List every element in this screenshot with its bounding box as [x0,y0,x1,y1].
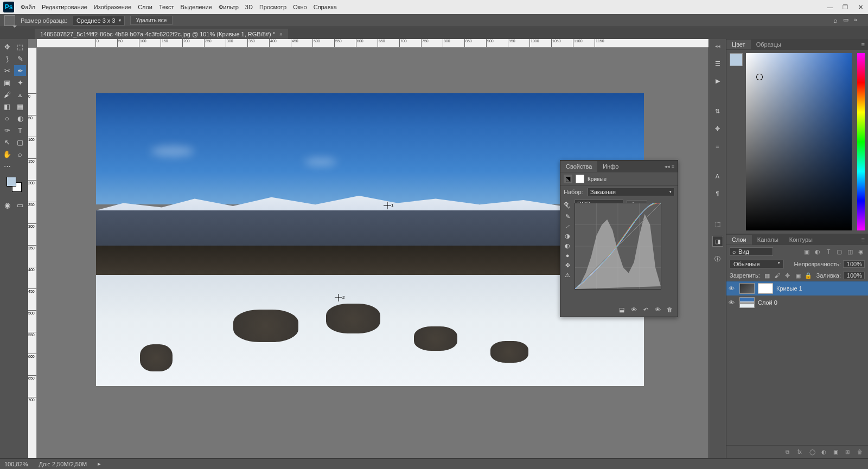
tab-color[interactable]: Цвет [726,40,751,49]
adjustment-layer-icon[interactable]: ◐ [821,449,828,455]
move-tool[interactable]: ✥ [1,41,13,52]
group-icon[interactable]: ▣ [833,449,840,455]
fill-input[interactable]: 100% [843,272,865,279]
curve-point-tool[interactable]: ∿ [564,203,571,210]
color-field[interactable] [746,53,852,230]
layer-row[interactable]: 👁 Кривые 1 [726,281,868,295]
color-swatches[interactable] [7,177,22,192]
para-panel-icon[interactable]: ¶ [713,189,723,198]
eraser-tool[interactable]: ◧ [1,101,13,112]
mask-thumbnail[interactable] [758,283,773,294]
white-point-tool[interactable]: ◑ [564,232,571,240]
clear-all-button[interactable]: Удалить все [130,16,173,25]
link-layers-icon[interactable]: ⧉ [786,449,792,455]
curve-draw-tool[interactable]: ✎ [564,213,571,220]
maximize-button[interactable]: ❐ [838,0,853,14]
lock-artboard-icon[interactable]: ▣ [794,272,802,279]
spot-heal-tool[interactable]: ✦ [14,77,26,88]
mask-icon[interactable] [576,175,584,183]
brush-tool[interactable]: 🖌 [1,89,13,100]
lasso-tool[interactable]: ⟆ [1,53,13,64]
curve-options-icon[interactable]: ✥ [564,261,571,269]
reset-icon[interactable]: ↶ [642,306,649,313]
properties-icon[interactable]: ◨ [713,236,723,246]
menu-file[interactable]: Файл [21,4,35,10]
layer-thumbnail[interactable] [739,283,755,294]
delete-layer-icon[interactable]: 🗑 [857,449,864,455]
path-tool[interactable]: ↖ [1,137,13,147]
menu-image[interactable]: Изображение [94,4,131,10]
menu-select[interactable]: Выделение [181,4,212,10]
layer-mask-icon[interactable]: ◯ [809,449,816,455]
panel-menu-icon[interactable]: ≡ [858,236,868,243]
status-arrow-icon[interactable]: ▸ [98,460,101,467]
color-sampler-1[interactable]: 1 [384,202,391,209]
clip-to-layer-icon[interactable]: ⬓ [618,306,626,313]
lock-all-icon[interactable]: 🔒 [805,272,812,279]
menu-filter[interactable]: Фильтр [219,4,239,10]
search-icon[interactable]: ⌕ [833,16,838,24]
toggle-visibility-icon[interactable]: 👁 [654,306,661,313]
hand-tool[interactable]: ✋ [1,149,13,159]
clone-tool[interactable]: ⟁ [14,89,26,100]
new-layer-icon[interactable]: ⊞ [845,449,852,455]
workspace-switcher-icon[interactable]: ▭ [843,16,848,24]
panel-menu-icon[interactable]: » [854,16,857,24]
opacity-input[interactable]: 100% [843,260,865,268]
menu-view[interactable]: Просмотр [259,4,286,10]
curve-smooth-tool[interactable]: ⟋ [564,222,571,230]
menu-help[interactable]: Справка [314,4,337,10]
quick-select-tool[interactable]: ✎ [14,53,26,64]
3d-icon[interactable]: ⬚ [713,219,723,229]
layer-row[interactable]: 👁 Слой 0 [726,295,868,310]
screenmode-tool[interactable]: ▭ [14,200,26,210]
close-button[interactable]: ✕ [853,0,868,14]
layer-thumbnail[interactable] [739,297,755,308]
menu-layer[interactable]: Слои [138,4,152,10]
crop-tool[interactable]: ✂ [1,65,13,76]
tab-paths[interactable]: Контуры [784,235,818,245]
type-tool[interactable]: T [14,125,26,136]
gray-point-tool[interactable]: ◐ [564,242,571,249]
color-sampler-2[interactable]: 2 [335,294,342,301]
curves-graph[interactable] [575,203,661,290]
lock-transparent-icon[interactable]: ▦ [763,272,771,279]
history-icon[interactable]: ☰ [713,59,723,68]
quickmask-tool[interactable]: ◉ [1,200,13,210]
marquee-tool[interactable]: ⬚ [14,41,26,52]
gradient-tool[interactable]: ▦ [14,101,26,112]
expand-strip-icon[interactable]: ◂◂ [715,43,720,49]
foreground-color[interactable] [7,177,16,187]
edit-toolbar[interactable]: ⋯ [1,160,13,171]
close-tab-icon[interactable]: × [279,31,283,37]
type-panel-icon[interactable]: A [713,171,723,181]
shape-tool[interactable]: ▢ [14,137,26,147]
paragraph-icon[interactable]: ✥ [713,124,723,133]
color-preview[interactable] [730,53,743,66]
menu-window[interactable]: Окно [293,4,307,10]
tab-layers[interactable]: Слои [726,235,752,245]
zoom-tool[interactable]: ⌕ [14,149,26,159]
glyphs-icon[interactable]: ≡ [713,141,723,151]
black-point-tool[interactable]: ● [564,252,571,259]
collapse-icon[interactable]: ◂◂ ≡ [661,164,678,169]
hue-slider[interactable] [857,53,865,230]
pen-tool[interactable]: ✑ [1,125,13,136]
blur-tool[interactable]: ○ [1,113,13,124]
dodge-tool[interactable]: ◐ [14,113,26,124]
info-icon[interactable]: ⓘ [713,254,723,264]
layer-name[interactable]: Слой 0 [758,299,866,306]
panel-menu-icon[interactable]: ≡ [858,41,868,48]
frame-tool[interactable]: ▣ [1,77,13,88]
eyedropper-tool[interactable]: ✒ [14,65,26,76]
lock-pixels-icon[interactable]: 🖌 [774,272,781,279]
view-previous-icon[interactable]: 👁 [630,306,637,313]
sample-size-select[interactable]: Среднее 3 x 3 [73,16,125,25]
document-tab[interactable]: 1485607827_5c1f4ff2-86bc-4b59-b07a-4c3fc… [35,29,288,39]
tab-info[interactable]: Инфо [597,161,624,172]
layer-name[interactable]: Кривые 1 [776,285,866,292]
filter-shape-icon[interactable]: ▢ [835,248,843,255]
menu-type[interactable]: Текст [159,4,174,10]
tab-properties[interactable]: Свойства [560,161,597,172]
menu-edit[interactable]: Редактирование [42,4,87,10]
